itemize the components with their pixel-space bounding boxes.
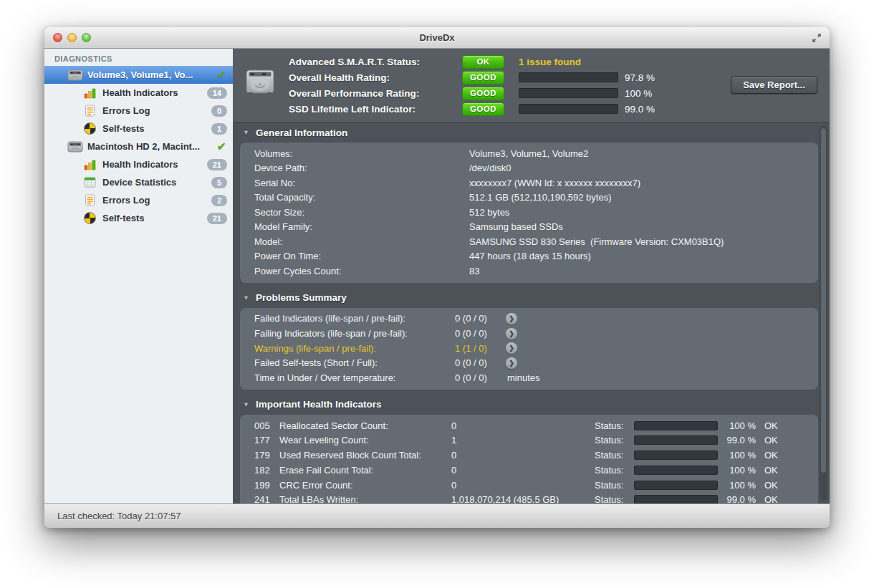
disclosure-triangle-icon [243,129,249,136]
checkmark-icon [217,68,226,82]
scrollbar-thumb[interactable] [820,127,827,473]
info-row: Model:SAMSUNG SSD 830 Series (Firmware V… [240,234,818,249]
performance-rating-label: Overall Performance Rating: [289,88,462,99]
sidebar-item-macintosh-hd-2[interactable]: Macintosh HD 2, Macint... [44,138,233,155]
sidebar-item-label: Self-tests [102,213,145,223]
health-rating-percent: 97.8 % [625,72,655,83]
section-general-information[interactable]: General Information [233,122,830,143]
status-bar: Last checked: Today 21:07:57 [44,503,830,528]
zoom-button[interactable] [82,33,91,42]
smart-status-row: Advanced S.M.A.R.T. Status: OK 1 issue f… [289,54,655,69]
sidebar-item-label: Self-tests [102,123,145,134]
detail-arrow-button[interactable] [506,342,517,354]
section-title: General Information [256,127,347,138]
close-button[interactable] [53,33,62,42]
ssd-lifetime-progress-bar [519,104,618,114]
problems-summary-box: Failed Indicators (life-span / pre-fail)… [240,308,818,390]
info-row: Device Path:/dev/disk0 [240,161,818,176]
bar-chart-icon [84,159,96,170]
health-progress-bar [634,421,718,430]
section-title: Important Health Indicators [256,399,382,410]
sidebar-header: DIAGNOSTICS [44,49,233,66]
good-badge: GOOD [462,102,504,116]
sidebar-item-health-indicators-1[interactable]: Health Indicators 14 [44,84,233,102]
detail-arrow-button[interactable] [506,357,517,369]
save-report-button[interactable]: Save Report... [731,76,817,94]
sidebar-item-errors-log-1[interactable]: Errors Log 0 [44,102,233,120]
general-information-box: Volumes:Volume3, Volume1, Volume2 Device… [240,143,818,283]
sidebar-item-label: Health Indicators [102,87,178,98]
good-badge: GOOD [462,87,504,100]
detail-arrow-button[interactable] [506,328,517,339]
disclosure-triangle-icon [243,401,249,408]
sidebar-item-label: Macintosh HD 2, Macint... [87,141,200,152]
status-ok: OK [764,494,778,503]
minimize-button[interactable] [67,33,77,42]
sidebar: DIAGNOSTICS Volume3, Volume1, Vo... Heal… [44,49,233,503]
ssd-lifetime-percent: 99.0 % [625,104,655,115]
status-ok: OK [764,465,778,476]
health-indicator-row: 182 Erase Fail Count Total: 0 Status: 10… [240,463,818,478]
sidebar-item-errors-log-2[interactable]: Errors Log 2 [44,191,233,209]
info-row: Volumes:Volume3, Volume1, Volume2 [240,146,818,161]
health-indicator-row: 241 Total LBAs Written: 1,018,070,214 (4… [240,492,818,503]
count-badge: 5 [211,177,227,188]
problem-row-warning: Warnings (life-span / pre-fail): 1 (1 / … [240,341,818,356]
detail-arrow-button[interactable] [506,313,517,324]
health-progress-bar [634,495,718,503]
ssd-lifetime-label: SSD Lifetime Left Indicator: [289,104,462,115]
sidebar-item-self-tests-2[interactable]: Self-tests 21 [44,209,233,227]
health-indicator-row: 199 CRC Error Count: 0 Status: 100 % OK [240,478,818,493]
minutes-suffix: minutes [507,372,540,383]
problem-row: Failing Indicators (life-span / pre-fail… [240,326,818,341]
section-problems-summary[interactable]: Problems Summary [233,288,830,308]
info-row: Power Cycles Count:83 [240,264,818,279]
performance-rating-percent: 100 % [625,88,652,99]
last-checked-text: Last checked: Today 21:07:57 [57,511,181,521]
sidebar-item-health-indicators-2[interactable]: Health Indicators 21 [44,155,233,173]
info-row: Power On Time:447 hours (18 days 15 hour… [240,249,818,264]
performance-rating-row: Overall Performance Rating: GOOD 100 % [289,85,655,101]
sidebar-item-label: Volume3, Volume1, Vo... [87,69,193,80]
count-badge: 1 [211,123,227,135]
health-indicators-box: 005 Reallocated Sector Count: 0 Status: … [240,415,818,503]
title-bar[interactable]: DriveDx [44,27,830,49]
section-title: Problems Summary [256,292,347,303]
health-progress-bar [634,435,718,445]
health-progress-bar [634,466,718,475]
good-badge: GOOD [462,71,504,85]
bar-chart-icon [84,87,96,99]
info-row: Sector Size:512 bytes [240,205,818,220]
sidebar-item-label: Device Statistics [102,177,176,188]
drive-icon [67,69,83,82]
health-progress-bar [634,481,718,490]
sidebar-item-label: Health Indicators [102,159,178,170]
health-indicator-row: 177 Wear Leveling Count: 1 Status: 99.0 … [240,433,818,448]
main-panel: Advanced S.M.A.R.T. Status: OK 1 issue f… [233,49,830,503]
sidebar-item-device-statistics[interactable]: Device Statistics 5 [44,173,233,191]
smart-status-label: Advanced S.M.A.R.T. Status: [289,57,462,67]
status-ok: OK [764,480,778,491]
section-important-health-indicators[interactable]: Important Health Indicators [233,395,830,415]
health-rating-label: Overall Health Rating: [289,72,462,83]
log-icon [84,105,96,117]
status-ok: OK [764,435,778,445]
problem-row: Failed Self-tests (Short / Full): 0 (0 /… [240,356,818,371]
health-indicator-row: 005 Reallocated Sector Count: 0 Status: … [240,418,818,433]
count-badge: 0 [211,105,227,117]
status-ok: OK [764,420,778,431]
sidebar-item-volume3[interactable]: Volume3, Volume1, Vo... [44,66,233,84]
hard-drive-icon [244,54,289,122]
count-badge: 21 [207,213,227,224]
info-row: Model Family:Samsung based SSDs [240,220,818,235]
app-window: DriveDx DIAGNOSTICS Volume3, Volume1, Vo… [44,27,830,528]
drive-icon [67,140,83,153]
disclosure-triangle-icon [243,294,249,302]
sidebar-item-self-tests-1[interactable]: Self-tests 1 [44,120,233,138]
table-icon [84,177,96,188]
ok-badge: OK [462,55,504,69]
pie-icon [84,212,96,224]
count-badge: 2 [211,195,227,206]
resize-icon[interactable] [811,32,822,44]
issue-found-note: 1 issue found [519,57,581,67]
